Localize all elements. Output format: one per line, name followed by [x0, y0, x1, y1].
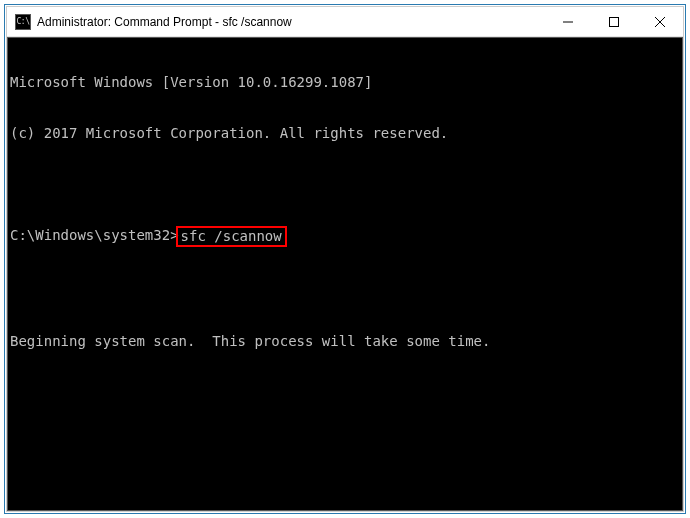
minimize-icon	[563, 17, 573, 27]
window-title: Administrator: Command Prompt - sfc /sca…	[37, 15, 292, 29]
blank-line	[10, 282, 680, 299]
blank-line	[10, 176, 680, 193]
maximize-button[interactable]	[591, 7, 637, 37]
prompt-prefix: C:\Windows\system32>	[10, 227, 179, 248]
command-text: sfc /scannow	[181, 228, 282, 244]
status-line: Beginning system scan. This process will…	[10, 333, 680, 350]
close-icon	[655, 17, 665, 27]
titlebar[interactable]: C:\ Administrator: Command Prompt - sfc …	[7, 7, 683, 37]
version-line: Microsoft Windows [Version 10.0.16299.10…	[10, 74, 680, 91]
maximize-icon	[609, 17, 619, 27]
command-highlight: sfc /scannow	[176, 226, 287, 247]
cmd-icon: C:\	[15, 14, 31, 30]
svg-rect-1	[610, 17, 619, 26]
terminal-area[interactable]: Microsoft Windows [Version 10.0.16299.10…	[7, 37, 683, 511]
minimize-button[interactable]	[545, 7, 591, 37]
prompt-line: C:\Windows\system32>sfc /scannow	[10, 227, 680, 248]
command-prompt-window: C:\ Administrator: Command Prompt - sfc …	[6, 6, 684, 512]
copyright-line: (c) 2017 Microsoft Corporation. All righ…	[10, 125, 680, 142]
close-button[interactable]	[637, 7, 683, 37]
